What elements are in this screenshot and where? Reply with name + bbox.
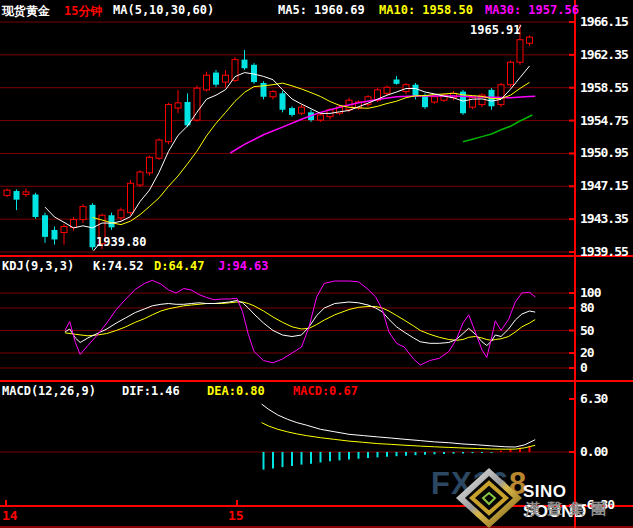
kdj-axis-value: 100 — [580, 285, 600, 300]
kdj-d-value: D:64.47 — [154, 259, 205, 273]
price-axis-value: 1939.55 — [580, 244, 628, 259]
time-axis-label-14: 14 — [2, 508, 18, 523]
kdj-k-value: K:74.52 — [93, 259, 144, 273]
price-axis-value: 1962.35 — [580, 47, 628, 62]
price-axis-value: 1943.35 — [580, 211, 628, 226]
macd-axis-value: 6.30 — [580, 391, 607, 406]
time-axis-label-15: 15 — [228, 508, 244, 523]
price-axis-value: 1947.15 — [580, 178, 628, 193]
macd-dea-value: DEA:0.80 — [207, 384, 265, 398]
ma5-value: MA5: 1960.69 — [278, 3, 365, 17]
ma30-value: MA30: 1957.56 — [485, 3, 579, 17]
kdj-axis-value: 0 — [580, 360, 587, 375]
ma10-value: MA10: 1958.50 — [379, 3, 473, 17]
macd-axis-value: -6.30 — [580, 497, 614, 512]
macd-indicator-label: MACD(12,26,9) — [2, 384, 96, 398]
macd-axis-value: 0.00 — [580, 444, 607, 459]
symbol-name: 现货黄金 — [2, 3, 50, 20]
ma-group-label: MA(5,10,30,60) — [113, 3, 214, 17]
high-price-annotation: 1965.91 — [470, 23, 521, 37]
low-price-annotation: 1939.80 — [96, 235, 147, 249]
chart-application: 现货黄金 15分钟 MA(5,10,30,60) MA5: 1960.69 MA… — [0, 0, 633, 528]
price-axis-value: 1954.75 — [580, 113, 628, 128]
price-axis-value: 1950.95 — [580, 145, 628, 160]
kdj-axis-value: 50 — [580, 323, 594, 338]
kdj-j-value: J:94.63 — [218, 259, 269, 273]
macd-dif-value: DIF:1.46 — [122, 384, 180, 398]
interval-label[interactable]: 15分钟 — [64, 3, 102, 20]
kdj-axis-value: 20 — [580, 345, 594, 360]
kdj-indicator-label: KDJ(9,3,3) — [2, 259, 74, 273]
macd-hist-value: MACD:0.67 — [293, 384, 358, 398]
chart-header: 现货黄金 15分钟 MA(5,10,30,60) MA5: 1960.69 MA… — [0, 0, 633, 18]
kdj-axis-value: 80 — [580, 300, 594, 315]
price-axis-value: 1958.55 — [580, 80, 628, 95]
